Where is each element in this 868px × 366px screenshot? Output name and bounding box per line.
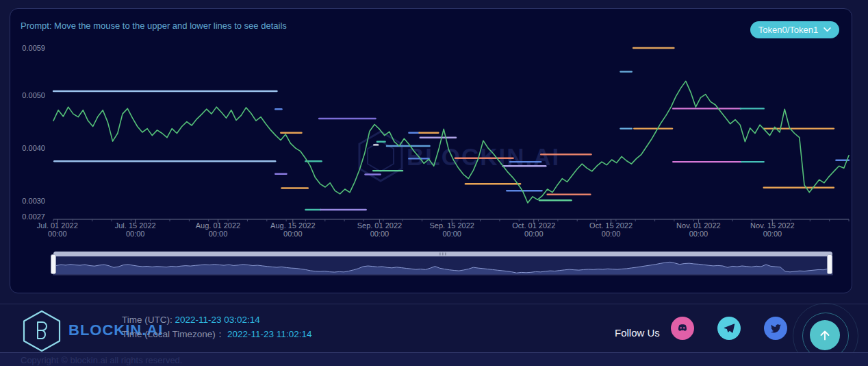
x-axis-label: Oct. 15 202200:00 — [589, 221, 633, 238]
follow-us-label: Follow Us — [615, 327, 660, 339]
x-axis-label: Sep. 01 202200:00 — [357, 221, 402, 238]
discord-icon — [675, 321, 690, 336]
x-axis-label: Jul. 15 202200:00 — [115, 221, 156, 238]
price-line-series[interactable] — [53, 81, 849, 203]
blockin-logo-icon[interactable] — [21, 309, 63, 352]
twitter-link-button[interactable] — [764, 317, 787, 340]
y-axis-label: 0.0040 — [22, 144, 45, 152]
time-local-row: Time (Local Timezone)： 2022-11-23 11:02:… — [122, 327, 311, 341]
x-axis-label: Sep. 15 202200:00 — [429, 221, 474, 238]
time-local-value: 2022-11-23 11:02:14 — [227, 329, 311, 339]
scrollbar-grip-icon — [439, 253, 441, 256]
price-chart[interactable]: BLOCKIN.AI Jul. 01 202200:00 Jul. 15 202… — [0, 0, 868, 297]
navigator-handle-left[interactable] — [51, 255, 56, 274]
navigator-handle-right[interactable] — [828, 255, 832, 274]
time-local-label: Time (Local Timezone)： — [122, 329, 225, 339]
x-axis-label: Jul. 01 202200:00 — [37, 221, 78, 238]
copyright-text: Copyright © blockin.ai all rights reserv… — [21, 355, 868, 365]
copyright-bar: Copyright © blockin.ai all rights reserv… — [0, 352, 868, 366]
y-axis-label: 0.0059 — [22, 44, 45, 52]
y-axis-label: 0.0050 — [22, 91, 45, 99]
telegram-icon — [722, 321, 737, 336]
x-axis-label: Nov. 01 202200:00 — [676, 221, 721, 238]
footer-divider — [0, 304, 868, 304]
discord-link-button[interactable] — [671, 317, 694, 340]
social-links — [671, 317, 787, 340]
x-axis-label: Aug. 01 202200:00 — [196, 221, 240, 238]
x-axis-label: Nov. 15 202200:00 — [750, 221, 795, 238]
time-utc-row: Time (UTC): 2022-11-23 03:02:14 — [122, 313, 311, 327]
watermark: BLOCKIN.AI — [359, 132, 560, 181]
twitter-icon — [768, 321, 783, 336]
telegram-link-button[interactable] — [717, 317, 741, 340]
blockin-price-page: Prompt: Move the mouse to the upper and … — [0, 0, 868, 366]
time-info: Time (UTC): 2022-11-23 03:02:14 Time (Lo… — [122, 313, 311, 341]
scroll-to-top-button[interactable] — [810, 320, 840, 350]
x-axis-label: Oct. 01 202200:00 — [512, 221, 555, 238]
time-utc-value: 2022-11-23 03:02:14 — [175, 315, 260, 325]
y-axis-label: 0.0027 — [22, 212, 45, 221]
scrollbar-grip-icon — [445, 253, 446, 256]
arrow-up-icon — [817, 328, 832, 343]
y-axis-label: 0.0030 — [22, 197, 45, 205]
scrollbar-grip-icon — [442, 253, 444, 256]
time-utc-label: Time (UTC): — [122, 315, 173, 325]
x-axis-label: Aug. 15 202200:00 — [270, 221, 315, 238]
